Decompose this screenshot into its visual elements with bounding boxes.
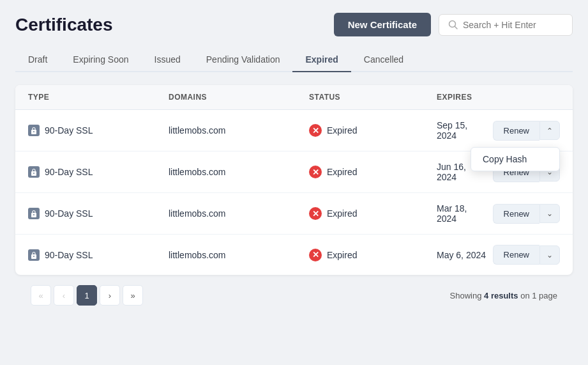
col-status: STATUS (309, 93, 437, 102)
table-row: 90-Day SSL littlemobs.com ✕ Expired May … (15, 235, 573, 275)
table-row: 90-Day SSL littlemobs.com ✕ Expired Mar … (15, 193, 573, 235)
certificates-table: TYPE DOMAINS STATUS EXPIRES 90-Day SSL l… (15, 85, 573, 275)
actions-1: Renew ⌄ (493, 121, 560, 141)
chevron-down-icon: ⌄ (547, 209, 553, 218)
renew-button-1[interactable]: Renew (493, 121, 539, 141)
cert-type-3: 90-Day SSL (45, 208, 93, 219)
cell-status-3: ✕ Expired (309, 207, 437, 220)
svg-rect-5 (33, 173, 34, 174)
cell-type-1: 90-Day SSL (28, 125, 169, 136)
cell-status-2: ✕ Expired (309, 166, 437, 178)
cell-domain-3: littlemobs.com (169, 208, 309, 219)
expired-icon: ✕ (309, 166, 322, 178)
header-right: New Certificate (334, 13, 573, 36)
page: Certificates New Certificate Draft Expir… (0, 0, 588, 365)
tab-expiring-soon[interactable]: Expiring Soon (60, 48, 141, 72)
results-text: Showing 4 results on 1 page (450, 291, 557, 300)
search-input[interactable] (463, 20, 563, 30)
cell-expires-4: May 6, 2024 Renew ⌄ (437, 245, 560, 265)
cert-type-4: 90-Day SSL (45, 250, 93, 260)
cell-status-4: ✕ Expired (309, 249, 437, 261)
cert-type-2: 90-Day SSL (45, 167, 93, 177)
expired-icon: ✕ (309, 249, 322, 261)
cell-status-1: ✕ Expired (309, 124, 437, 137)
cell-domain-2: littlemobs.com (169, 167, 309, 177)
col-domains: DOMAINS (169, 93, 309, 102)
col-type: TYPE (28, 93, 169, 102)
lock-icon (28, 208, 40, 219)
lock-icon (28, 125, 40, 136)
last-page-button[interactable]: » (123, 285, 143, 306)
actions-4: Renew ⌄ (493, 245, 560, 265)
cell-type-4: 90-Day SSL (28, 249, 169, 261)
cell-domain-4: littlemobs.com (169, 250, 309, 260)
tab-pending-validation[interactable]: Pending Validation (193, 48, 293, 72)
expired-icon: ✕ (309, 207, 322, 220)
cell-expires-3: Mar 18, 2024 Renew ⌄ (437, 203, 560, 224)
tabs: Draft Expiring Soon Issued Pending Valid… (15, 48, 573, 72)
tab-expired[interactable]: Expired (292, 48, 351, 72)
tab-draft[interactable]: Draft (15, 48, 60, 72)
chevron-button-1[interactable]: ⌄ (539, 121, 560, 140)
svg-line-1 (455, 27, 458, 29)
lock-icon (28, 166, 40, 178)
chevron-button-3[interactable]: ⌄ (539, 204, 560, 223)
cert-type-1: 90-Day SSL (45, 125, 93, 136)
copy-hash-item[interactable]: Copy Hash (471, 148, 559, 171)
expired-icon: ✕ (309, 124, 322, 137)
renew-button-4[interactable]: Renew (493, 245, 539, 265)
chevron-down-icon: ⌄ (547, 251, 553, 260)
page-1-button[interactable]: 1 (77, 285, 97, 306)
lock-icon (28, 249, 40, 261)
table-header: TYPE DOMAINS STATUS EXPIRES (15, 85, 573, 110)
svg-rect-9 (33, 256, 34, 257)
renew-button-3[interactable]: Renew (493, 204, 539, 224)
next-page-button[interactable]: › (100, 285, 120, 306)
table-row: 90-Day SSL littlemobs.com ✕ Expired Sep … (15, 110, 573, 151)
cell-type-2: 90-Day SSL (28, 166, 169, 178)
page-header: Certificates New Certificate (15, 13, 573, 36)
first-page-button[interactable]: « (31, 285, 51, 306)
cell-domain-1: littlemobs.com (169, 125, 309, 136)
page-buttons: « ‹ 1 › » (31, 285, 143, 306)
chevron-up-icon: ⌄ (547, 126, 553, 135)
pagination: « ‹ 1 › » Showing 4 results on 1 page (15, 275, 573, 308)
tab-issued[interactable]: Issued (142, 48, 193, 72)
svg-rect-7 (33, 214, 34, 215)
search-icon (448, 20, 458, 29)
col-expires: EXPIRES (437, 93, 560, 102)
new-certificate-button[interactable]: New Certificate (334, 13, 431, 36)
svg-rect-3 (33, 131, 34, 132)
dropdown-menu: Copy Hash (471, 147, 560, 171)
tab-cancelled[interactable]: Cancelled (351, 48, 416, 72)
cell-type-3: 90-Day SSL (28, 208, 169, 219)
cell-expires-1: Sep 15, 2024 Renew ⌄ (437, 120, 560, 141)
search-box (439, 14, 573, 36)
actions-3: Renew ⌄ (493, 204, 560, 224)
chevron-button-4[interactable]: ⌄ (539, 245, 560, 265)
prev-page-button[interactable]: ‹ (54, 285, 74, 306)
page-title: Certificates (15, 15, 113, 35)
